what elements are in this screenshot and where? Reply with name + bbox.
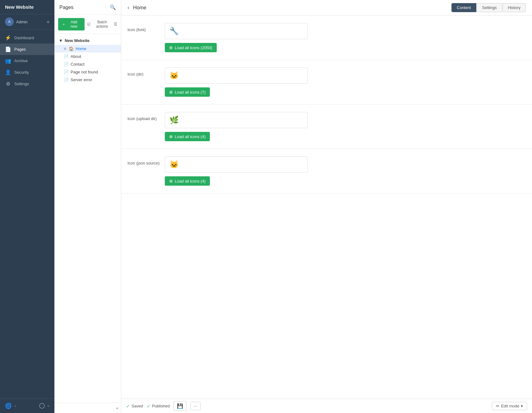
pages-bottom: «: [54, 403, 121, 413]
tree-item-label: Page not found: [71, 70, 98, 74]
ellipsis-icon: ···: [194, 404, 197, 408]
icon-upload-preview-icon: 🌿: [169, 116, 179, 124]
security-icon: 👤: [5, 69, 11, 75]
archive-icon: 👥: [5, 58, 11, 64]
more-options-button[interactable]: ···: [190, 402, 201, 410]
icon-dir-content: 🐱 ⊕ Load all icons (7): [165, 67, 526, 97]
saved-status: ✓ Saved: [126, 404, 143, 409]
sidebar-item-label: Security: [14, 70, 29, 75]
icon-dir-preview-icon: 🐱: [169, 71, 179, 80]
icon-json-label: Icon (json source): [127, 156, 165, 165]
pages-icon: 📄: [5, 46, 11, 52]
main-content: ‹ Home Content Settings History Icon (fo…: [121, 0, 532, 413]
page-icon: 📄: [64, 54, 69, 59]
published-label: Published: [152, 404, 170, 408]
tree-item-label: Contact: [71, 62, 85, 67]
edit-icon: ✏: [496, 404, 499, 408]
page-icon: 🏠: [69, 46, 74, 51]
icon-json-preview-icon: 🐱: [169, 160, 179, 169]
sidebar-item-dashboard[interactable]: ⚡ Dashboard: [0, 32, 54, 44]
add-new-button[interactable]: ＋ Add new: [58, 18, 85, 30]
published-status: ✓ Published: [147, 404, 170, 409]
avatar: A: [5, 17, 14, 26]
tree-collapse-icon: ▼: [59, 38, 63, 43]
tab-history[interactable]: History: [503, 3, 526, 12]
load-icons-dir-button[interactable]: ⊕ Load all icons (7): [165, 87, 210, 97]
load-icons-font-button[interactable]: ⊕ Load all icons (2050): [165, 43, 217, 52]
page-title: Home: [133, 5, 451, 11]
sidebar-title: New Website: [0, 0, 54, 14]
back-button[interactable]: ‹: [127, 4, 129, 11]
saved-check-icon: ✓: [126, 404, 130, 409]
grid-icon: ⊞: [64, 47, 66, 50]
expand-icon: «: [14, 404, 16, 408]
load-icons-upload-button[interactable]: ⊕ Load all icons (4): [165, 132, 210, 141]
load-icons-dir-label: Load all icons (7): [175, 90, 206, 95]
sidebar-item-security[interactable]: 👤 Security: [0, 67, 54, 78]
batch-list-icon: ☰: [114, 22, 117, 26]
tree-item-page-not-found[interactable]: 📄 Page not found: [54, 68, 121, 76]
tree-item-label: Server error: [71, 77, 92, 82]
pages-title: Pages: [59, 5, 73, 10]
tree-item-label: About: [71, 54, 81, 59]
icon-font-section: Icon (font) 🔧 ⊕ Load all icons (2050): [121, 16, 532, 60]
page-icon: 📄: [64, 77, 69, 82]
user-settings-icon[interactable]: ◈: [47, 20, 49, 24]
plus-icon: ＋: [62, 22, 66, 27]
icon-dir-section: Icon (dir) 🐱 ⊕ Load all icons (7): [121, 60, 532, 104]
load-icons-font-label: Load all icons (2050): [175, 45, 212, 50]
status-bar: ✓ Saved ✓ Published 💾 ··· ✏ Edit mode ▾: [121, 399, 532, 413]
add-new-label: Add new: [67, 20, 81, 29]
icon-font-label: Icon (font): [127, 23, 165, 32]
collapse-icon[interactable]: «: [47, 404, 49, 408]
icon-font-preview-icon: 🔧: [169, 27, 179, 35]
sidebar-item-label: Archive: [14, 58, 28, 63]
sidebar-nav: ⚡ Dashboard 📄 Pages 👥 Archive 👤 Security…: [0, 30, 54, 398]
tab-settings[interactable]: Settings: [477, 3, 502, 12]
icon-dir-label: Icon (dir): [127, 67, 165, 77]
icon-dir-preview[interactable]: 🐱: [165, 67, 308, 84]
tab-buttons: Content Settings History: [451, 3, 526, 12]
tree-item-about[interactable]: 📄 About: [54, 53, 121, 60]
sidebar-item-pages[interactable]: 📄 Pages: [0, 44, 54, 55]
icon-upload-content: 🌿 ⊕ Load all icons (4): [165, 112, 526, 141]
save-icon: 💾: [177, 403, 183, 409]
pages-collapse-icon[interactable]: «: [116, 406, 118, 411]
published-check-icon: ✓: [147, 404, 150, 409]
tree-site-root[interactable]: ▼ New Website: [54, 36, 121, 45]
load-icons-json-button[interactable]: ⊕ Load all icons (4): [165, 176, 210, 186]
batch-actions-label: Batch actions: [92, 20, 113, 29]
tree-item-label: Home: [76, 46, 86, 51]
icon-json-section: Icon (json source) 🐱 ⊕ Load all icons (4…: [121, 149, 532, 193]
search-icon[interactable]: 🔍: [110, 4, 116, 10]
edit-mode-button[interactable]: ✏ Edit mode ▾: [492, 402, 527, 410]
page-icon: 📄: [64, 70, 69, 74]
sidebar-item-label: Pages: [14, 47, 26, 52]
sidebar-item-label: Dashboard: [14, 35, 34, 40]
batch-actions-button[interactable]: ☑ Batch actions ☰: [87, 20, 117, 29]
tree-site-name: New Website: [65, 38, 90, 43]
plus-circle-icon: ⊕: [169, 179, 173, 183]
dashboard-icon: ⚡: [5, 35, 11, 41]
tree-item-home[interactable]: ⊞ 🏠 Home: [54, 45, 121, 53]
icon-upload-preview[interactable]: 🌿: [165, 112, 308, 128]
tree-item-server-error[interactable]: 📄 Server error: [54, 76, 121, 84]
icon-font-content: 🔧 ⊕ Load all icons (2050): [165, 23, 526, 52]
circle-icon[interactable]: [39, 403, 45, 409]
sidebar-bottom: 🌀 « «: [0, 398, 54, 413]
check-icon: ☑: [87, 22, 90, 26]
sidebar-bottom-right: «: [39, 403, 49, 409]
chevron-down-icon: ▾: [521, 404, 523, 408]
plus-circle-icon: ⊕: [169, 45, 173, 50]
tree-item-contact[interactable]: 📄 Contact: [54, 60, 121, 68]
sidebar-user: A Admin ◈: [0, 14, 54, 30]
icon-json-content: 🐱 ⊕ Load all icons (4): [165, 156, 526, 186]
save-button[interactable]: 💾: [173, 401, 187, 411]
saved-label: Saved: [132, 404, 143, 408]
sidebar-item-settings[interactable]: ⚙ Settings: [0, 78, 54, 90]
plus-circle-icon: ⊕: [169, 134, 173, 139]
sidebar-item-archive[interactable]: 👥 Archive: [0, 55, 54, 67]
tab-content[interactable]: Content: [451, 3, 476, 12]
icon-json-preview[interactable]: 🐱: [165, 156, 308, 173]
icon-font-preview[interactable]: 🔧: [165, 23, 308, 39]
